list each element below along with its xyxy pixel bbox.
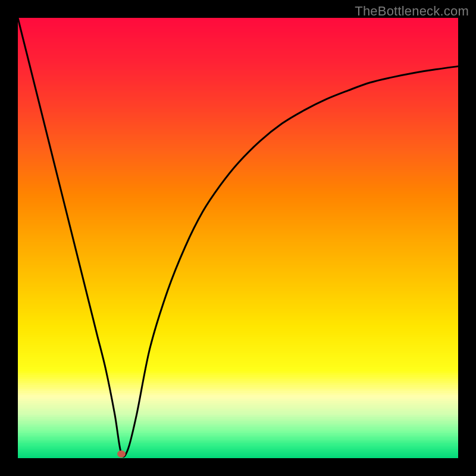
minimum-point-marker <box>117 450 126 458</box>
bottleneck-curve <box>18 18 458 458</box>
chart-frame: TheBottleneck.com <box>0 0 476 476</box>
plot-area <box>18 18 458 458</box>
attribution-label: TheBottleneck.com <box>355 4 469 19</box>
